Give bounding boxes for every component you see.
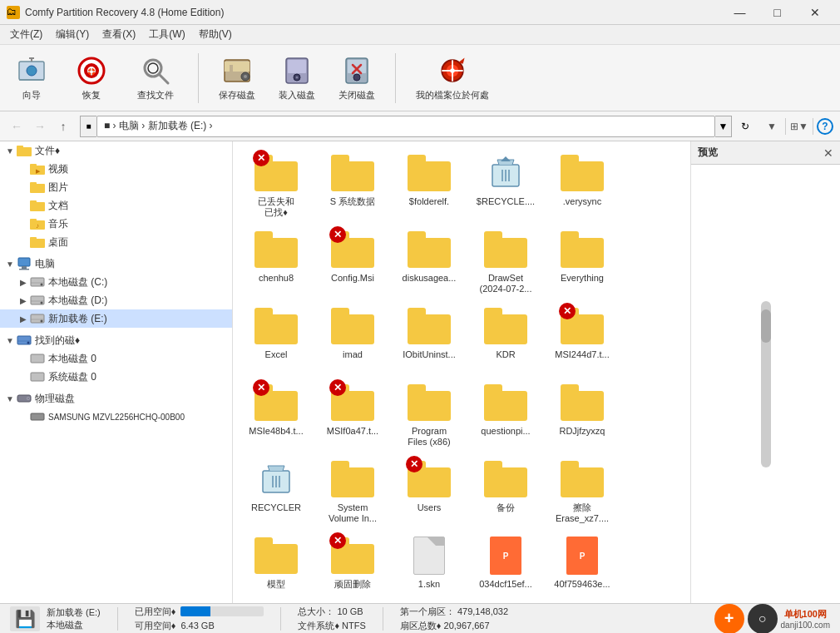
- file-item-chenhu8[interactable]: chenhu8: [240, 225, 313, 298]
- maximize-button[interactable]: □: [758, 0, 796, 25]
- svg-rect-40: [30, 200, 37, 204]
- restore-button[interactable]: 🛟 恢复: [67, 51, 116, 105]
- file-item-folderelf[interactable]: $folderelf.: [393, 148, 466, 221]
- file-item-everything[interactable]: Everything: [546, 225, 619, 298]
- help-button[interactable]: ?: [817, 118, 833, 135]
- sidebar-item-found[interactable]: ▼ 找到的磁♦: [0, 331, 232, 349]
- sidebar-item-computer[interactable]: ▼ 电脑: [0, 255, 232, 273]
- file-item-pptx2[interactable]: P 40f759463e...: [546, 531, 619, 603]
- save-disk-button[interactable]: 保存磁盘: [212, 51, 262, 105]
- file-item-backup[interactable]: 备份: [469, 454, 542, 527]
- file-item-verysync[interactable]: .verysync: [546, 148, 619, 221]
- file-item-question[interactable]: questionpi...: [469, 378, 542, 451]
- tree-arrow-e[interactable]: ▶: [17, 312, 30, 325]
- file-icon-pptx2: P: [561, 534, 604, 577]
- tree-arrow-videos[interactable]: [17, 162, 30, 176]
- tree-arrow-files[interactable]: ▼: [3, 144, 17, 157]
- file-item-recycle1[interactable]: $RECYCLE....: [469, 148, 542, 221]
- sep2: [813, 118, 813, 135]
- file-item-imad[interactable]: imad: [316, 301, 389, 374]
- tree-arrow-images[interactable]: [17, 181, 30, 194]
- title-bar-left: 🗂 Comfy Partition Recovery 4.8 (Home Edi…: [7, 6, 224, 19]
- view-options-button[interactable]: ⊞▼: [789, 116, 809, 136]
- sidebar-item-files[interactable]: ▼ 文件♦: [0, 141, 232, 160]
- file-item-diskusage1[interactable]: diskusagea...: [393, 225, 466, 298]
- where-button[interactable]: 我的檔案位於何處: [409, 51, 496, 105]
- file-item-program-files[interactable]: ProgramFiles (x86): [393, 378, 466, 451]
- sidebar-item-drive-c[interactable]: ▶ 本地磁盘 (C:): [0, 273, 232, 291]
- file-item-stubborndelete[interactable]: ✕ 顽固删除: [316, 531, 389, 603]
- file-item-config-msi[interactable]: ✕ Config.Msi: [316, 225, 389, 298]
- file-item-msi3[interactable]: ✕ MSIf0a47.t...: [316, 378, 389, 451]
- svg-point-30: [450, 68, 454, 72]
- close-disk-button[interactable]: 关闭磁盘: [332, 51, 382, 105]
- file-item-msi1[interactable]: ✕ MSI244d7.t...: [546, 301, 619, 374]
- sidebar-item-drive-d[interactable]: ▶ 本地磁盘 (D:): [0, 291, 232, 309]
- refresh-button[interactable]: ↻: [735, 116, 755, 136]
- file-name-config-msi: Config.Msi: [331, 273, 374, 284]
- where-icon: [436, 54, 469, 87]
- menu-file[interactable]: 文件(Z): [3, 26, 49, 43]
- minimize-button[interactable]: —: [721, 0, 758, 25]
- preview-scrollbar[interactable]: [761, 301, 771, 467]
- wizard-button[interactable]: 向导: [7, 51, 57, 105]
- file-item-pptx1[interactable]: P 034dcf15ef...: [469, 531, 542, 603]
- nav-forward[interactable]: →: [30, 116, 50, 136]
- tree-arrow-music[interactable]: [17, 217, 30, 230]
- tree-arrow-physical[interactable]: ▼: [3, 392, 17, 405]
- file-item-iobit[interactable]: IObitUninst...: [393, 301, 466, 374]
- find-button[interactable]: 查找文件: [126, 51, 185, 105]
- file-item-recycler[interactable]: RECYCLER: [240, 454, 313, 527]
- file-item-lost-found[interactable]: ✕ 已丢失和已找♦: [240, 148, 313, 221]
- sidebar-item-desktop[interactable]: 桌面: [0, 233, 232, 251]
- sidebar-item-found-0[interactable]: 本地磁盘 0: [0, 349, 232, 368]
- file-item-erase[interactable]: 擦除Erase_xz7....: [546, 454, 619, 527]
- sidebar-item-videos[interactable]: ▶ 视频: [0, 160, 232, 178]
- nav-back[interactable]: ←: [7, 116, 27, 136]
- file-item-excel[interactable]: Excel: [240, 301, 313, 374]
- tree-arrow-found[interactable]: ▼: [3, 334, 17, 347]
- sidebar-item-music[interactable]: ♪ 音乐: [0, 215, 232, 233]
- file-item-system-vol[interactable]: SystemVolume In...: [316, 454, 389, 527]
- tree-arrow-c[interactable]: ▶: [17, 275, 30, 289]
- sidebar-item-drive-e[interactable]: ▶ 新加载卷 (E:): [0, 309, 232, 328]
- filter-button[interactable]: ▼: [762, 116, 782, 136]
- tree-arrow-found-0[interactable]: [17, 352, 30, 365]
- sidebar-item-images[interactable]: 图片: [0, 178, 232, 196]
- menu-help[interactable]: 帮助(V): [192, 26, 239, 43]
- menu-tools[interactable]: 工具(W): [142, 26, 191, 43]
- file-item-1skn[interactable]: 1.skn: [393, 531, 466, 603]
- sidebar-item-physical[interactable]: ▼ 物理磁盘: [0, 389, 232, 408]
- tree-arrow-desktop[interactable]: [17, 235, 30, 249]
- tree-arrow-d[interactable]: ▶: [17, 294, 30, 307]
- deleted-badge-config: ✕: [329, 226, 346, 243]
- file-name-system-vol: SystemVolume In...: [329, 502, 377, 524]
- sidebar-item-docs[interactable]: 文档: [0, 196, 232, 215]
- preview-close-button[interactable]: ✕: [823, 146, 833, 160]
- tree-arrow-computer[interactable]: ▼: [3, 257, 17, 270]
- tree-arrow-sys-0[interactable]: [17, 370, 30, 383]
- drive-name-section: 新加载卷 (E:) 本地磁盘: [47, 606, 101, 631]
- close-button[interactable]: ✕: [796, 0, 833, 25]
- tree-arrow-docs[interactable]: [17, 199, 30, 212]
- file-item-kdr[interactable]: KDR: [469, 301, 542, 374]
- menu-edit[interactable]: 编辑(Y): [49, 26, 96, 43]
- path-dropdown[interactable]: ▼: [715, 116, 732, 137]
- file-item-drawset[interactable]: DrawSet(2024-07-2...: [469, 225, 542, 298]
- sidebar-item-sys-0[interactable]: 系统磁盘 0: [0, 368, 232, 386]
- file-item-rdj[interactable]: RDJjfzyxzq: [546, 378, 619, 451]
- file-item-msi2[interactable]: ✕ MSIe48b4.t...: [240, 378, 313, 451]
- tree-arrow-samsung[interactable]: [17, 410, 30, 423]
- file-icon-program-files: [408, 381, 451, 424]
- nav-up[interactable]: ↑: [53, 116, 73, 136]
- address-path-input[interactable]: ■ › 电脑 › 新加载卷 (E:) ›: [96, 116, 715, 137]
- load-disk-button[interactable]: 装入磁盘: [272, 51, 322, 105]
- sidebar-label-computer: 电脑: [35, 257, 55, 271]
- file-item-users[interactable]: ✕ Users: [393, 454, 466, 527]
- sidebar-item-samsung[interactable]: SAMSUNG MZVL2256HCHQ-00B00: [0, 408, 232, 426]
- right-panel: ✕ 已丢失和已找♦ S 系统数据 $folderelf.: [233, 141, 840, 603]
- file-name-rdj: RDJjfzyxzq: [559, 426, 605, 437]
- file-item-model[interactable]: 模型: [240, 531, 313, 603]
- menu-view[interactable]: 查看(X): [96, 26, 142, 43]
- file-item-sysdata[interactable]: S 系统数据: [316, 148, 389, 221]
